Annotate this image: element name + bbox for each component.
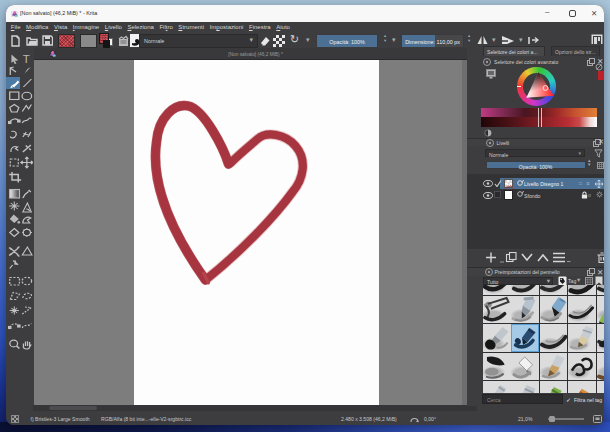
svg-text:T: T — [23, 54, 30, 65]
